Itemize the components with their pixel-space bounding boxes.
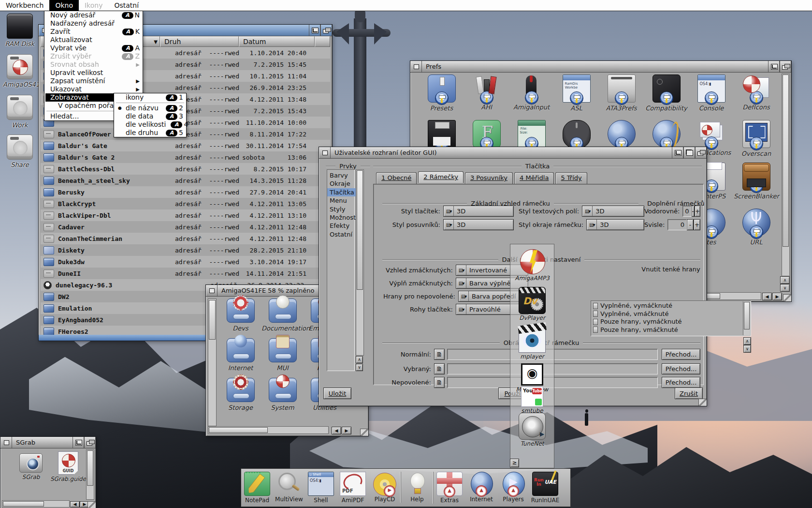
menu-item[interactable]: dle data A3 (114, 112, 186, 120)
prefs-icon[interactable]: ASL (554, 74, 599, 119)
prefs-icon-art[interactable] (743, 75, 770, 102)
file-picker-icon[interactable] (434, 363, 445, 374)
prefs-icon[interactable]: Overscan (734, 119, 779, 162)
menu-item[interactable]: Nadřazený adresář (44, 19, 143, 28)
style-frame-popup[interactable]: 3D (586, 219, 644, 230)
list-item[interactable]: Okraje (330, 179, 354, 188)
drawer-icon[interactable]: Devs (219, 298, 261, 337)
drawer-art[interactable] (227, 299, 255, 323)
plus-button[interactable]: + (695, 206, 700, 217)
prefs-icon-art[interactable] (473, 75, 500, 102)
menu-item[interactable]: Aktualizovat (44, 36, 143, 44)
dock-item-icon[interactable] (308, 472, 334, 496)
scroll-up-icon[interactable]: ∧ (743, 337, 751, 345)
scrollbar-thumb[interactable] (744, 302, 750, 329)
guide-document-icon[interactable] (58, 451, 78, 475)
iconify-icon[interactable] (72, 437, 84, 448)
table-row[interactable]: BlackViper-Dbl adresář ----rwed 4.12.201… (41, 209, 330, 221)
padding-horizontal-field[interactable]: 0 (682, 206, 691, 217)
prefs-icon-art[interactable] (608, 120, 636, 148)
table-row[interactable]: Baldur's Gate adresář ----rwed 30.11.201… (41, 140, 330, 151)
prefs-icon[interactable]: ScreenBlanker (734, 162, 779, 208)
dock-item[interactable]: mplayer (510, 326, 554, 360)
prefs-icon-art[interactable] (473, 120, 501, 148)
prefs-icon-art[interactable] (652, 75, 681, 103)
drawer-art[interactable] (269, 299, 297, 323)
prefs-icon-art[interactable] (563, 120, 591, 148)
tab[interactable]: 1 Obecné (376, 172, 417, 184)
prefs-icon[interactable]: URL (734, 208, 779, 251)
scroll-left-icon[interactable]: ◀ (762, 293, 772, 300)
list-item[interactable]: Vyplněné, vymáčknuté (593, 302, 751, 310)
dock-item-icon[interactable] (519, 413, 546, 440)
dock-item-icon[interactable] (244, 472, 270, 496)
prefs-icon[interactable]: Presets (419, 74, 464, 119)
scroll-up-icon[interactable]: ∧ (780, 276, 790, 284)
volume-icon[interactable] (7, 95, 33, 120)
prefs-icon-art[interactable] (742, 120, 770, 148)
dock-item[interactable]: PlayCD (369, 472, 401, 503)
style-textfields-popup[interactable]: 3D (582, 206, 644, 217)
drawer-art[interactable] (269, 338, 297, 362)
menu-item[interactable]: Srovnat obsah ▶ (44, 60, 143, 69)
camera-icon[interactable] (19, 453, 43, 473)
list-item[interactable]: Menu (330, 196, 354, 205)
menu-item[interactable]: Ukazovat ▶ (44, 85, 143, 93)
prefs-icon-art[interactable] (742, 163, 770, 191)
table-row[interactable]: BlackCrypt adresář ----rwed 4.12.2011 13… (41, 198, 330, 209)
prefs-icon[interactable]: ATA3Prefs (599, 74, 644, 119)
prefs-icon-art[interactable] (563, 75, 591, 103)
prefs-icon-art[interactable] (652, 120, 681, 148)
menu-item[interactable]: Vybrat vše AA (44, 44, 143, 52)
file-picker-icon[interactable] (434, 349, 445, 360)
drawer-icon[interactable]: Internet (219, 337, 261, 377)
dock-item-icon[interactable] (501, 472, 526, 495)
dock-item[interactable]: RunInUAE (529, 472, 561, 504)
scrollbar-thumb[interactable] (87, 450, 93, 486)
scrollbar-thumb[interactable] (3, 501, 44, 507)
scroll-up-icon[interactable]: ∧ (356, 356, 363, 363)
prefs-icon-art[interactable] (608, 75, 636, 103)
prefs-icon-art[interactable] (428, 120, 456, 148)
resize-grip[interactable] (87, 501, 96, 508)
dock-item[interactable]: smtube (510, 384, 554, 414)
sgrab-titlebar[interactable]: SGrab (0, 437, 96, 448)
dock-item[interactable]: Help (401, 472, 433, 503)
menu-item[interactable]: ikony A1 (114, 93, 186, 102)
save-button[interactable]: Uložit (323, 388, 351, 399)
drawer-icon[interactable]: MUI (261, 337, 304, 377)
dock-item[interactable]: Internet (465, 472, 497, 503)
list-item[interactable]: Styly (330, 205, 354, 213)
menu-item[interactable]: Upravit velikost (44, 69, 143, 77)
prefs-icon-art[interactable] (518, 120, 546, 148)
dock-collapse-button[interactable]: ≥ (510, 459, 519, 467)
dock-item-icon[interactable] (436, 472, 463, 496)
dock-item-icon[interactable] (519, 248, 545, 274)
dock-item-icon[interactable] (519, 326, 546, 353)
iconify-icon[interactable] (309, 25, 320, 36)
close-icon[interactable] (206, 285, 218, 296)
gradient-button[interactable]: Přechod... (662, 349, 700, 360)
dock-item[interactable]: AmigaAMP3 (510, 248, 554, 282)
menubar-item[interactable]: Ikony (79, 0, 108, 11)
list-item[interactable]: Ostatní (330, 230, 354, 239)
sgrab-guide-icon[interactable]: SGrab.guide (46, 451, 90, 482)
prefs-icon[interactable]: AmigaInput (509, 74, 554, 119)
scroll-right-icon[interactable]: ▶ (342, 427, 351, 434)
gradient-button[interactable]: Přechod... (662, 363, 700, 374)
dock-item-icon[interactable] (469, 472, 494, 495)
resize-grip[interactable] (698, 399, 707, 406)
menubar-item[interactable]: Okno (49, 0, 79, 11)
horizontal-scrollbar[interactable] (208, 426, 329, 434)
scrollbar-thumb[interactable] (209, 300, 216, 340)
dock-item-icon[interactable] (340, 472, 366, 496)
scroll-left-icon[interactable]: ◀ (70, 501, 80, 508)
dock-item[interactable]: MultiView (273, 472, 305, 503)
dock-item-icon[interactable] (405, 472, 430, 495)
depth-icon[interactable] (695, 147, 707, 158)
drawer-art[interactable] (227, 338, 255, 362)
close-icon[interactable] (319, 147, 331, 158)
minus-button[interactable]: - (687, 219, 694, 230)
depth-icon[interactable] (780, 61, 791, 72)
gradient-button[interactable]: Přechod... (662, 377, 700, 388)
